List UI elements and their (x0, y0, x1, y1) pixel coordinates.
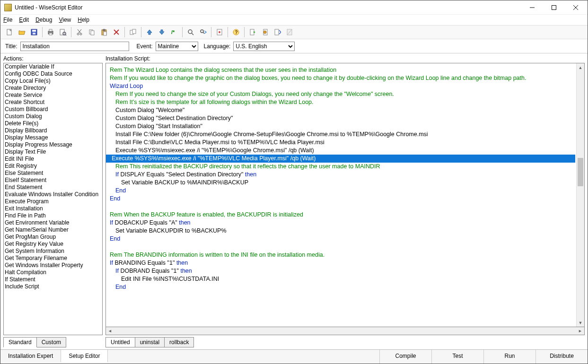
action-item[interactable]: Delete File(s) (4, 120, 102, 127)
toolbar-move-down-button[interactable] (156, 26, 167, 38)
scroll-left-icon[interactable]: ◄ (106, 327, 114, 335)
toolbar-cut-button[interactable] (74, 26, 85, 38)
script-line[interactable]: Custom Dialog "Start Installation" (110, 122, 575, 130)
script-line[interactable]: Rem If you would like to change the grap… (110, 74, 575, 82)
footer-test-button[interactable]: Test (431, 350, 483, 364)
actions-tab-custom[interactable]: Custom (36, 337, 66, 347)
script-line[interactable]: End (110, 187, 575, 195)
menu-debug[interactable]: Debug (35, 17, 52, 23)
script-line[interactable]: End (110, 195, 575, 203)
vertical-scrollbar[interactable]: ▲ ▼ (576, 63, 584, 327)
scroll-thumb[interactable] (578, 158, 583, 186)
actions-list[interactable]: Compiler Variable IfConfig ODBC Data Sou… (3, 63, 103, 335)
script-line[interactable]: Set Variable BACKUP to %MAINDIR%\BACKUP (110, 179, 575, 187)
script-line[interactable]: Install File C:\Bundle\VLC Media Player.… (110, 139, 575, 147)
script-line[interactable]: Rem If you need to change the size of yo… (110, 90, 575, 98)
action-item[interactable]: Get Name/Serial Number (4, 226, 102, 234)
action-item[interactable]: Else Statement (4, 170, 102, 177)
footer-distribute-button[interactable]: Distribute (535, 350, 588, 364)
toolbar-new-button[interactable] (4, 26, 15, 38)
action-item[interactable]: Display Message (4, 134, 102, 141)
toolbar-script-out-button[interactable] (259, 26, 271, 38)
minimize-button[interactable] (521, 0, 543, 15)
action-item[interactable]: Custom Billboard (4, 106, 102, 113)
script-tab-uninstal[interactable]: uninstal (135, 337, 165, 347)
script-line[interactable]: Rem When the BACKUP feature is enabled, … (110, 211, 575, 219)
script-line[interactable]: Rem The BRANDING information is written … (110, 251, 575, 259)
action-item[interactable]: Create Service (4, 92, 102, 99)
action-item[interactable]: Get Registry Key Value (4, 241, 102, 248)
menu-help[interactable]: Help (78, 17, 89, 23)
toolbar-open-button[interactable] (16, 26, 27, 38)
scroll-right-icon[interactable]: ► (576, 327, 584, 335)
action-item[interactable]: Display Progress Message (4, 141, 102, 148)
title-input[interactable] (20, 42, 129, 51)
action-item[interactable]: Compiler Variable If (4, 63, 102, 70)
script-line[interactable]: End (110, 235, 575, 243)
script-line[interactable] (110, 203, 575, 211)
script-line[interactable]: Rem It's size is the template for all fo… (110, 98, 575, 106)
script-editor[interactable]: Rem The Wizard Loop contains the dialog … (105, 63, 585, 327)
toolbar-save-button[interactable] (28, 26, 40, 38)
script-line[interactable]: Rem This reinitialized the BACKUP direct… (110, 163, 575, 171)
menu-file[interactable]: File (3, 17, 12, 23)
action-item[interactable]: Edit Registry (4, 163, 102, 170)
toolbar-script-cancel-button[interactable] (272, 26, 283, 38)
action-item[interactable]: Create Shortcut (4, 99, 102, 106)
scroll-down-icon[interactable]: ▼ (577, 319, 584, 327)
toolbar-comment-button[interactable]: /* (168, 26, 180, 38)
action-item[interactable]: End Statement (4, 184, 102, 191)
script-line[interactable]: Edit INI File %INST%\CUSTDATA.INI (110, 275, 575, 283)
footer-tab-setup-editor[interactable]: Setup Editor (61, 350, 108, 362)
action-item[interactable]: ElseIf Statement (4, 177, 102, 184)
toolbar-delete-button[interactable] (111, 26, 122, 38)
event-select[interactable]: Mainline (156, 42, 198, 51)
language-select[interactable]: U.S. English (233, 42, 295, 51)
script-line[interactable]: End (110, 283, 575, 291)
action-item[interactable]: Display Text File (4, 148, 102, 156)
actions-tab-standard[interactable]: Standard (3, 337, 37, 347)
action-item[interactable]: Get System Information (4, 248, 102, 255)
action-item[interactable]: Custom Dialog (4, 113, 102, 120)
script-line[interactable]: Execute %SYS%\msiexec.exe /i "%TEMP%\VLC… (106, 155, 575, 163)
action-item[interactable]: Get ProgMan Group (4, 234, 102, 241)
toolbar-help-button[interactable]: ? (230, 26, 242, 38)
toolbar-print-preview-button[interactable] (57, 26, 69, 38)
script-line[interactable]: Custom Dialog "Welcome" (110, 106, 575, 114)
toolbar-script-in-button[interactable] (247, 26, 258, 38)
script-line[interactable]: Install File C:\New folder (6)\Chrome\Go… (110, 130, 575, 139)
action-item[interactable]: Execute Program (4, 198, 102, 205)
toolbar-copy-button[interactable] (86, 26, 97, 38)
script-content[interactable]: Rem The Wizard Loop contains the dialog … (106, 63, 576, 327)
toolbar-paste-button[interactable] (98, 26, 110, 38)
script-line[interactable]: Custom Dialog "Select Destination Direct… (110, 114, 575, 122)
footer-run-button[interactable]: Run (483, 350, 535, 364)
action-item[interactable]: Include Script (4, 283, 102, 290)
action-item[interactable]: Get Temporary Filename (4, 255, 102, 262)
action-item[interactable]: Create Directory (4, 85, 102, 92)
toolbar-script-disabled-button[interactable] (284, 26, 295, 38)
scroll-up-icon[interactable]: ▲ (577, 63, 584, 71)
script-tab-untitled[interactable]: Untitled (105, 337, 135, 347)
action-item[interactable]: Edit INI File (4, 156, 102, 163)
toolbar-print-button[interactable] (45, 26, 56, 38)
horizontal-scrollbar[interactable]: ◄ ► (105, 327, 585, 335)
toolbar-duplicate-button[interactable] (127, 26, 139, 38)
menu-view[interactable]: View (59, 17, 71, 23)
action-item[interactable]: Evaluate Windows Installer Condition (4, 191, 102, 198)
script-line[interactable]: If BRANDING Equals "1" then (110, 259, 575, 267)
action-item[interactable]: Halt Compilation (4, 269, 102, 276)
footer-compile-button[interactable]: Compile (379, 350, 431, 364)
script-line[interactable]: Set Variable BACKUPDIR to %BACKUP% (110, 227, 575, 235)
close-button[interactable] (565, 0, 587, 15)
script-line[interactable]: Execute %SYS%\msiexec.exe /i "%TEMP%\Goo… (110, 147, 575, 155)
toolbar-find-next-button[interactable] (197, 26, 209, 38)
script-line[interactable]: If DISPLAY Equals "Select Destination Di… (110, 171, 575, 179)
action-item[interactable]: Exit Installation (4, 205, 102, 212)
script-tab-rollback[interactable]: rollback (164, 337, 194, 347)
toolbar-find-button[interactable] (185, 26, 196, 38)
action-item[interactable]: Display Billboard (4, 127, 102, 134)
action-item[interactable]: Get Windows Installer Property (4, 262, 102, 269)
script-line[interactable] (110, 243, 575, 251)
footer-tab-installation-expert[interactable]: Installation Expert (0, 350, 61, 362)
